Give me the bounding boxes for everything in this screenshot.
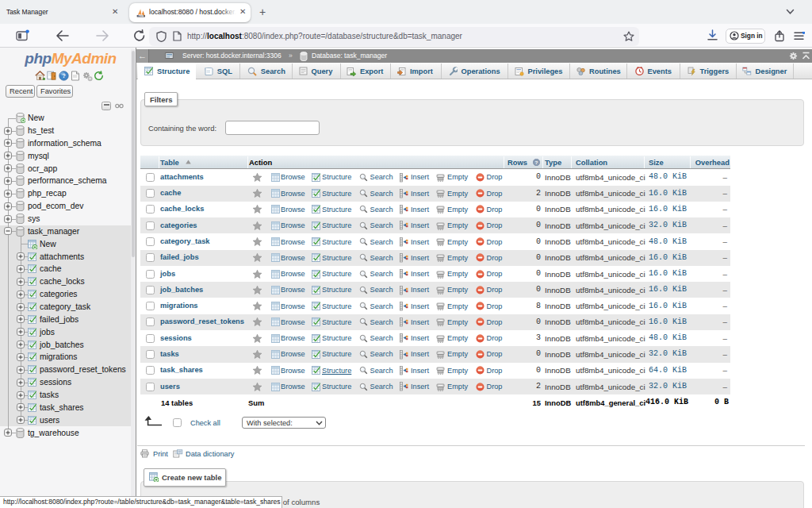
svg-text:?: ? bbox=[62, 72, 66, 79]
svg-text:?: ? bbox=[535, 160, 538, 165]
svg-text:PMA: PMA bbox=[139, 14, 144, 17]
